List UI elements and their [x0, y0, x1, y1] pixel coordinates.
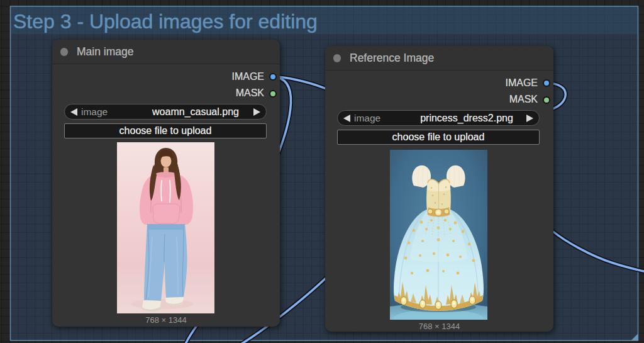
svg-text:Step 3 - Upload images for edi: Step 3 - Upload images for editing [13, 10, 318, 33]
